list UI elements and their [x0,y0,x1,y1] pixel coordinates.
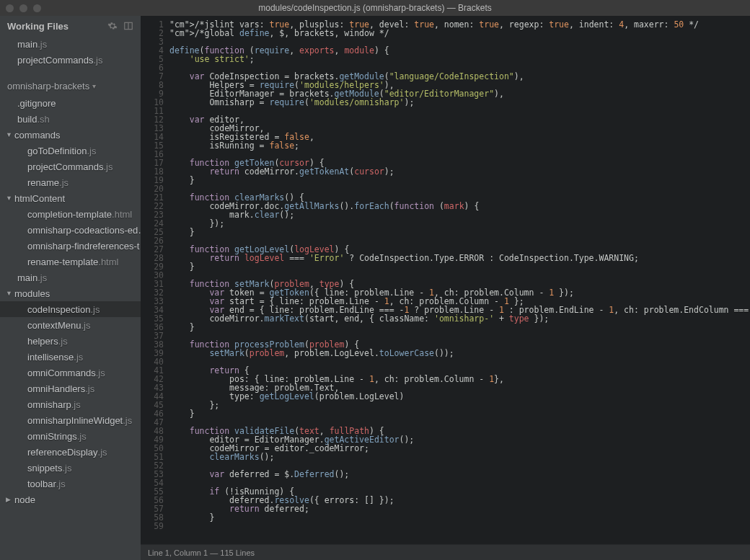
tree-file-item[interactable]: codeInspection.js [0,301,141,317]
tree-file-item[interactable]: omniCommands.js [0,365,141,381]
file-name: projectCommands [27,161,104,172]
tree-file-item[interactable]: rename-template.html [0,254,141,270]
file-ext: .js [123,415,132,426]
tree-file-item[interactable]: helpers.js [0,333,141,349]
working-files-label: Working Files [7,21,69,32]
disclosure-triangle-icon: ▼ [6,290,13,297]
tree-file-item[interactable]: projectCommands.js [0,159,141,174]
tree-file-item[interactable]: intellisense.js [0,349,141,365]
file-name: omnisharp-codeactions-ed… [27,225,141,236]
gear-icon[interactable] [107,21,118,31]
file-name: omnisharp-findreferences-t… [27,241,141,252]
status-cursor[interactable]: Line 1, Column 1 — 115 Lines [141,548,750,557]
tree-file-item[interactable]: referenceDisplay.js [0,444,141,460]
tree-file-item[interactable]: omnisharp-findreferences-t… [0,238,141,254]
tree-file-item[interactable]: rename.js [0,174,141,190]
folder-name: modules [14,288,50,299]
file-name: goToDefinition [27,146,87,156]
tree-file-item[interactable]: omnisharpInlineWidget.js [0,412,141,428]
tree-file-item[interactable]: omniHandlers.js [0,381,141,396]
file-name: .gitignore [17,98,56,109]
tree-file-item[interactable]: omnisharp-codeactions-ed… [0,222,141,238]
code-content[interactable]: "cm">/*jslint vars: true, plusplus: true… [169,20,750,544]
close-window-button[interactable] [6,4,14,12]
project-name: omnisharp-brackets [7,81,89,92]
file-name: toolbar [27,479,56,489]
file-ext: .sh [37,114,49,125]
folder-name: node [14,494,35,505]
folder-item[interactable]: ▼modules [0,285,141,301]
tree-file-item[interactable]: snippets.js [0,460,141,476]
window-controls [6,4,41,12]
zoom-window-button[interactable] [33,4,41,12]
file-name: codeInspection [27,304,90,315]
folder-item[interactable]: ▼commands [0,127,141,143]
disclosure-triangle-icon: ▶ [6,496,13,503]
status-sep: — [208,548,220,557]
tree-file-item[interactable]: contextMenu.js [0,317,141,333]
file-name: main [17,272,38,283]
tree-file-item[interactable]: toolbar.js [0,476,141,492]
cursor-position: Line 1, Column 1 [148,548,208,557]
tree-file-item[interactable]: build.sh [0,111,141,127]
code-editor[interactable]: 1234567891011121314151617181920212223242… [141,16,750,544]
file-ext: .js [38,272,47,283]
file-ext: .js [104,161,113,172]
line-number-gutter: 1234567891011121314151617181920212223242… [141,20,169,544]
tree-file-item[interactable]: .gitignore [0,95,141,111]
file-ext: .js [90,304,100,315]
working-file-item[interactable]: main.js [0,36,141,52]
file-ext: .js [77,431,87,442]
file-name: projectCommands [17,55,94,66]
file-ext: .js [74,352,83,363]
file-ext: .js [38,39,47,50]
tree-file-item[interactable]: omnisharp.js [0,396,141,412]
sidebar: Working Files main.jsprojectCommands.js … [0,16,141,560]
file-ext: .html [98,257,118,267]
folder-item[interactable]: ▼htmlContent [0,190,141,206]
file-name: main [17,39,38,50]
minimize-window-button[interactable] [19,4,27,12]
editor-area: 1234567891011121314151617181920212223242… [141,16,750,560]
working-files-header: Working Files [0,16,141,36]
project-tree: .gitignorebuild.sh▼commandsgoToDefinitio… [0,95,141,560]
file-ext: .js [87,146,96,156]
disclosure-triangle-icon: ▼ [6,195,13,202]
tree-file-item[interactable]: completion-template.html [0,206,141,222]
file-name: completion-template [27,209,112,220]
split-view-icon[interactable] [123,21,133,31]
working-files-list: main.jsprojectCommands.js [0,36,141,68]
file-name: omnisharp [27,399,71,410]
file-name: omniCommands [27,368,96,378]
file-ext: .js [94,55,103,66]
folder-name: commands [14,130,61,141]
tree-file-item[interactable]: main.js [0,270,141,285]
file-name: contextMenu [27,320,81,331]
file-name: intellisense [27,352,74,363]
file-ext: .js [56,479,66,489]
folder-name: htmlContent [14,193,65,204]
file-name: omniStrings [27,431,77,442]
file-name: omniHandlers [27,383,85,394]
file-name: rename-template [27,257,98,267]
file-ext: .js [71,399,81,410]
disclosure-triangle-icon: ▼ [6,131,13,138]
file-ext: .js [81,320,90,331]
file-name: snippets [27,463,62,474]
file-ext: .js [59,177,69,188]
window-title: modules/codeInspection.js (omnisharp-bra… [0,3,750,13]
file-ext: .html [112,209,132,220]
status-bar: Line 1, Column 1 — 115 Lines INS JavaScr… [141,544,750,560]
file-name: referenceDisplay [27,447,98,458]
chevron-down-icon: ▾ [92,82,96,90]
total-lines: 115 Lines [220,548,255,557]
tree-file-item[interactable]: omniStrings.js [0,428,141,444]
file-name: omnisharpInlineWidget [27,415,123,426]
working-file-item[interactable]: projectCommands.js [0,52,141,68]
file-ext: .js [62,463,71,474]
folder-item[interactable]: ▶node [0,492,141,507]
file-name: build [17,114,37,125]
tree-file-item[interactable]: goToDefinition.js [0,143,141,159]
file-name: rename [27,177,59,188]
project-dropdown[interactable]: omnisharp-brackets ▾ [0,76,141,95]
